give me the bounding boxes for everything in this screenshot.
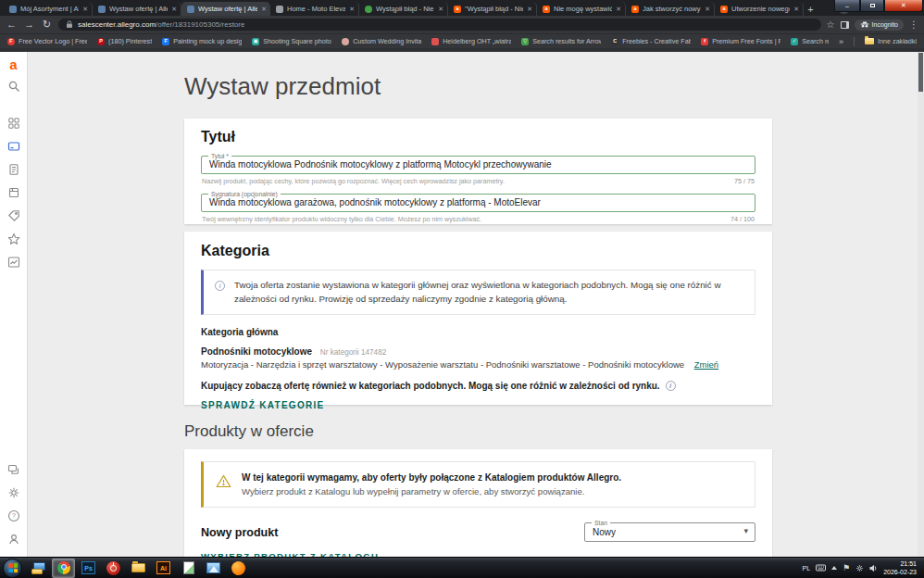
volume-icon[interactable] bbox=[869, 564, 878, 572]
address-bar[interactable]: salescenter.allegro.com/offer/1831910530… bbox=[58, 19, 821, 31]
taskbar-clock[interactable]: 21:51 2026-02-23 bbox=[883, 559, 917, 577]
bookmark-item[interactable]: P(180) Pinterest bbox=[97, 37, 152, 45]
svg-text:?: ? bbox=[12, 512, 16, 519]
keyboard-icon[interactable] bbox=[816, 564, 826, 572]
taskbar-app-libreoffice[interactable] bbox=[177, 559, 200, 578]
title-input[interactable]: Tytuł * Winda motocyklowa Podnośnik moto… bbox=[201, 156, 755, 174]
allegro-logo[interactable]: a bbox=[9, 57, 17, 71]
scrollbar-thumb[interactable] bbox=[918, 53, 923, 92]
bookmark-item[interactable]: Heidelberg OHT „wiatra... bbox=[431, 37, 511, 45]
tab-close-icon[interactable]: ✕ bbox=[171, 6, 177, 13]
sidebar-item-offers[interactable] bbox=[4, 136, 24, 157]
sidebar-item-help[interactable]: ? bbox=[4, 506, 24, 526]
bookmark-item[interactable]: Custom Wedding Invita... bbox=[342, 37, 421, 45]
taskbar-app-power[interactable] bbox=[102, 559, 125, 578]
page-scrollbar[interactable] bbox=[918, 52, 924, 557]
back-icon[interactable]: ← bbox=[6, 19, 18, 30]
taskbar-app-folder[interactable] bbox=[127, 559, 150, 578]
sidebar-item-orders[interactable] bbox=[4, 159, 24, 180]
tabs-container: Mój Asortyment | Allegro S...✕Wystaw ofe… bbox=[4, 2, 804, 16]
signature-input[interactable]: Sygnatura (opcjonalnie) Winda motocyklow… bbox=[201, 194, 755, 212]
start-button[interactable] bbox=[3, 559, 22, 578]
bookmark-label: Heidelberg OHT „wiatra... bbox=[443, 37, 511, 45]
taskbar-app-illustrator[interactable]: Ai bbox=[152, 559, 175, 578]
bookmark-item[interactable]: ✓Search results for Plane... bbox=[791, 37, 829, 45]
browser-tab[interactable]: Wystaw ofertę | Allegro Sal...✕ bbox=[93, 2, 181, 16]
tab-favicon bbox=[365, 6, 372, 13]
sidebar-item-settings[interactable] bbox=[4, 483, 24, 503]
bookmark-item[interactable]: fPremium Free Fonts | Fo... bbox=[701, 37, 780, 45]
sidebar-item-account[interactable] bbox=[4, 529, 24, 549]
sidebar-item-favorites[interactable] bbox=[4, 229, 24, 249]
browser-tab[interactable]: Home - Moto Elevar✕ bbox=[270, 2, 359, 16]
browser-tab[interactable]: Mój Asortyment | Allegro S...✕ bbox=[4, 2, 93, 16]
safely-remove-icon[interactable] bbox=[855, 564, 864, 572]
show-hidden-icons-icon[interactable] bbox=[831, 566, 837, 570]
close-button[interactable]: ✕ bbox=[884, 0, 923, 12]
action-center-flag-icon[interactable]: ⚑ bbox=[843, 564, 850, 572]
tab-title: Wystaw ofertę | Allegro Sal... bbox=[109, 5, 168, 13]
browser-tab[interactable]: Wystaw ofertę | Allegro Sal...✕ bbox=[181, 2, 270, 16]
maximize-icon bbox=[870, 4, 875, 7]
taskbar-app-windows-explorer[interactable] bbox=[27, 559, 50, 578]
condition-select[interactable]: Stan Nowy ▾ bbox=[584, 522, 755, 542]
tab-title: Nie mogę wystawić noweg... bbox=[554, 5, 612, 13]
check-categories-link[interactable]: SPRAWDŹ KATEGORIE bbox=[201, 400, 755, 410]
tab-favicon: a bbox=[720, 6, 728, 13]
bookmark-item[interactable]: ▽Search results for Arrow... bbox=[521, 37, 601, 45]
side-panel-icon[interactable] bbox=[841, 21, 849, 29]
browser-tab[interactable]: aUtworzenie nowego produ...✕ bbox=[715, 2, 804, 16]
windows-logo-icon bbox=[8, 563, 18, 573]
sidebar-item-catalog[interactable] bbox=[4, 182, 24, 203]
taskbar-app-photo-viewer[interactable] bbox=[202, 559, 225, 578]
tab-close-icon[interactable]: ✕ bbox=[705, 6, 710, 13]
tab-close-icon[interactable]: ✕ bbox=[261, 6, 267, 13]
signature-char-counter: 74 / 100 bbox=[730, 215, 755, 223]
bookmark-item[interactable]: FFree Vector Logo | Free... bbox=[7, 37, 87, 45]
bookmark-star-icon[interactable]: ☆ bbox=[827, 20, 835, 30]
tab-close-icon[interactable]: ✕ bbox=[793, 6, 799, 13]
taskbar-app-chrome[interactable] bbox=[52, 559, 75, 578]
category-name: Podnośniki motocyklowe bbox=[201, 346, 312, 357]
sidebar-item-messages[interactable] bbox=[4, 459, 24, 480]
tab-close-icon[interactable]: ✕ bbox=[82, 6, 88, 13]
forward-icon[interactable]: → bbox=[23, 19, 35, 30]
sidebar-item-pricing[interactable] bbox=[4, 206, 24, 226]
sidebar-item-dashboard[interactable] bbox=[4, 113, 24, 133]
tab-close-icon[interactable]: ✕ bbox=[527, 6, 532, 13]
bookmark-item[interactable]: FPainting mock up desig... bbox=[162, 37, 242, 45]
title-helper-text: Nazwij produkt, podając cechy, które poz… bbox=[202, 177, 505, 185]
browser-tab[interactable]: aNie mogę wystawić noweg...✕ bbox=[537, 2, 626, 16]
tag-icon bbox=[7, 209, 20, 222]
taskbar-app-avast[interactable] bbox=[227, 559, 250, 578]
warning-texts: W tej kategorii wymagamy, aby oferty był… bbox=[242, 472, 621, 496]
bookmarks-overflow-icon[interactable]: » bbox=[839, 37, 843, 46]
browser-tab[interactable]: aJak stworzyć nowy produk...✕ bbox=[626, 2, 715, 16]
libreoffice-icon bbox=[183, 561, 194, 574]
bookmark-item[interactable]: CFreebies - Creative Fabri... bbox=[611, 37, 691, 45]
maximize-button[interactable] bbox=[860, 0, 884, 12]
browser-tab[interactable]: a"Wystąpił błąd - Nie może...✕ bbox=[448, 2, 537, 16]
tab-close-icon[interactable]: ✕ bbox=[616, 6, 621, 13]
bookmark-item[interactable]: ▣Shooting Square photo... bbox=[252, 37, 331, 45]
browser-tab[interactable]: Wystąpił błąd - Nie możes...✕ bbox=[359, 2, 448, 16]
windows-explorer-icon bbox=[31, 562, 46, 574]
info-icon[interactable]: i bbox=[666, 381, 676, 391]
reload-icon[interactable]: ↻ bbox=[41, 19, 53, 30]
incognito-spy-icon bbox=[860, 21, 869, 28]
minimize-button[interactable]: – bbox=[834, 0, 860, 12]
tab-close-icon[interactable]: ✕ bbox=[438, 6, 443, 13]
signature-helper-row: Twój wewnętrzny identyfikator produktu w… bbox=[202, 215, 755, 223]
other-bookmarks-button[interactable]: Inne zakładki bbox=[865, 37, 917, 45]
account-icon bbox=[7, 533, 20, 546]
language-indicator[interactable]: PL bbox=[803, 565, 811, 572]
change-category-link[interactable]: Zmień bbox=[694, 359, 718, 370]
browser-menu-icon[interactable]: ⋮ bbox=[909, 20, 918, 30]
tab-favicon bbox=[276, 6, 283, 13]
sidebar-item-search[interactable] bbox=[4, 76, 24, 96]
tab-close-icon[interactable]: ✕ bbox=[349, 6, 355, 13]
search-icon bbox=[7, 80, 20, 93]
new-tab-button[interactable]: + bbox=[804, 2, 818, 16]
taskbar-app-photoshop[interactable]: Ps bbox=[77, 559, 100, 578]
sidebar-item-statistics[interactable] bbox=[4, 252, 24, 272]
